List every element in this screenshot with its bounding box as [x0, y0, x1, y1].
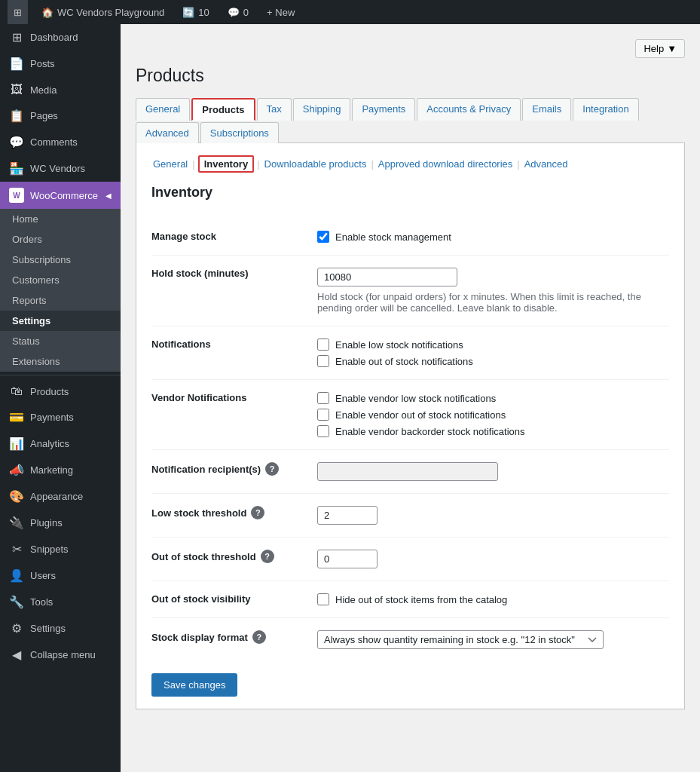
sidebar-item-users[interactable]: 👤 Users [0, 562, 121, 589]
tab-integration[interactable]: Integration [573, 98, 638, 121]
vendor-low-stock-checkbox[interactable] [317, 392, 329, 404]
sidebar-item-analytics[interactable]: 📊 Analytics [0, 430, 121, 457]
low-stock-threshold-help-icon[interactable]: ? [251, 506, 264, 519]
stock-display-format-select[interactable]: Always show quantity remaining in stock … [317, 630, 604, 649]
low-stock-notification-label: Enable low stock notifications [335, 339, 463, 351]
vendor-backorder-checkbox[interactable] [317, 425, 329, 437]
manage-stock-checkbox[interactable] [317, 231, 329, 243]
notification-recipients-input[interactable] [317, 462, 498, 481]
sidebar-item-payments[interactable]: 💳 Payments [0, 404, 121, 430]
tabs-row-2: Advanced Subscriptions [136, 122, 685, 143]
sidebar-item-products[interactable]: 🛍 Products [0, 378, 121, 404]
page-title: Products [136, 66, 685, 86]
vendor-notifications-label: Vendor Notifications [151, 380, 317, 450]
save-changes-button[interactable]: Save changes [151, 673, 237, 697]
main-content: Help ▼ Products General Products Tax Shi… [121, 24, 700, 772]
sidebar-item-wc-vendors[interactable]: 🏪 WC Vendors [0, 155, 121, 182]
low-stock-notification-checkbox[interactable] [317, 339, 329, 351]
sidebar-item-woo-subscriptions[interactable]: Subscriptions [0, 250, 121, 270]
out-of-stock-threshold-input[interactable]: 0 [317, 550, 378, 568]
help-button[interactable]: Help ▼ [635, 39, 685, 58]
sidebar-item-comments[interactable]: 💬 Comments [0, 129, 121, 155]
sidebar-item-woo-extensions[interactable]: Extensions [0, 351, 121, 372]
subnav-sep-1: | [192, 158, 194, 170]
marketing-icon: 📣 [9, 463, 24, 477]
admin-bar: ⊞ 🏠 WC Vendors Playground 🔄 10 💬 0 + New [0, 0, 700, 24]
sidebar-item-posts[interactable]: 📄 Posts [0, 51, 121, 77]
sidebar-item-woo-status[interactable]: Status [0, 331, 121, 351]
sidebar-item-woo-customers[interactable]: Customers [0, 270, 121, 290]
notifications-label: Notifications [151, 326, 317, 380]
sidebar-item-settings[interactable]: ⚙ Settings [0, 615, 121, 642]
sidebar-item-snippets[interactable]: ✂ Snippets [0, 536, 121, 562]
vendor-out-of-stock-label: Enable vendor out of stock notifications [335, 409, 506, 421]
updates-link[interactable]: 🔄 10 [178, 0, 213, 24]
settings-table: Manage stock Enable stock management Hol… [151, 219, 669, 661]
woo-icon: W [9, 188, 24, 203]
subnav-downloadable[interactable]: Downloadable products [263, 158, 368, 170]
sidebar-item-woo-home[interactable]: Home [0, 209, 121, 229]
vendor-backorder-label: Enable vendor backorder stock notificati… [335, 426, 524, 437]
tab-general[interactable]: General [136, 98, 190, 121]
notification-recipients-label: Notification recipient(s) [151, 464, 261, 475]
new-content-button[interactable]: + New [262, 0, 299, 24]
notification-recipients-label-group: Notification recipient(s) ? [151, 462, 302, 476]
subnav-general[interactable]: General [151, 158, 189, 170]
out-of-stock-threshold-help-icon[interactable]: ? [261, 550, 274, 563]
tab-tax[interactable]: Tax [257, 98, 292, 121]
layout: ⊞ Dashboard 📄 Posts 🖼 Media 📋 Pages 💬 Co… [0, 24, 700, 772]
wp-logo[interactable]: ⊞ [8, 0, 28, 24]
out-of-stock-notification-checkbox[interactable] [317, 355, 329, 367]
tab-emails[interactable]: Emails [522, 98, 571, 121]
sidebar-item-marketing[interactable]: 📣 Marketing [0, 457, 121, 483]
comments-link[interactable]: 💬 0 [223, 0, 253, 24]
help-chevron-icon: ▼ [667, 43, 677, 54]
settings-area: General | Inventory | Downloadable produ… [136, 142, 685, 709]
low-stock-threshold-label-group: Low stock threshold ? [151, 506, 302, 519]
subnav-sep-3: | [371, 158, 373, 170]
tab-advanced[interactable]: Advanced [136, 122, 199, 143]
collapse-icon: ◀ [9, 648, 24, 662]
sidebar-item-tools[interactable]: 🔧 Tools [0, 589, 121, 615]
sidebar-item-woo-orders[interactable]: Orders [0, 229, 121, 250]
tab-products[interactable]: Products [191, 98, 255, 121]
tab-shipping[interactable]: Shipping [293, 98, 351, 121]
site-name[interactable]: 🏠 WC Vendors Playground [37, 0, 169, 24]
woocommerce-submenu: Home Orders Subscriptions Customers Repo… [0, 209, 121, 372]
out-of-stock-visibility-label: Out of stock visibility [151, 581, 317, 618]
subnav-advanced[interactable]: Advanced [523, 158, 570, 170]
notifications-row: Notifications Enable low stock notificat… [151, 326, 669, 380]
tab-subscriptions[interactable]: Subscriptions [200, 122, 279, 143]
low-stock-notification-row: Enable low stock notifications [317, 339, 669, 351]
subnav-approved-dirs[interactable]: Approved download directories [377, 158, 515, 170]
low-stock-threshold-input[interactable]: 2 [317, 506, 378, 525]
stock-display-format-help-icon[interactable]: ? [252, 630, 266, 644]
woocommerce-menu-header[interactable]: W WooCommerce ◀ [0, 182, 121, 209]
out-of-stock-visibility-checkbox[interactable] [317, 593, 329, 605]
sidebar-item-media[interactable]: 🖼 Media [0, 77, 121, 103]
sidebar-item-appearance[interactable]: 🎨 Appearance [0, 483, 121, 510]
sidebar: ⊞ Dashboard 📄 Posts 🖼 Media 📋 Pages 💬 Co… [0, 24, 121, 772]
sidebar-item-woo-settings[interactable]: Settings [0, 311, 121, 331]
vendor-out-of-stock-row: Enable vendor out of stock notifications [317, 409, 669, 421]
notification-recipients-help-icon[interactable]: ? [265, 462, 279, 476]
snippets-icon: ✂ [9, 542, 24, 556]
subnav-sep-2: | [257, 158, 259, 170]
pages-icon: 📋 [9, 109, 24, 123]
vendor-out-of-stock-checkbox[interactable] [317, 409, 329, 421]
woo-collapse-icon: ◀ [105, 191, 112, 200]
subnav-inventory[interactable]: Inventory [198, 155, 255, 173]
media-icon: 🖼 [9, 83, 24, 96]
vendor-notifications-row: Vendor Notifications Enable vendor low s… [151, 380, 669, 450]
sidebar-item-woo-reports[interactable]: Reports [0, 290, 121, 311]
plugins-icon: 🔌 [9, 516, 24, 530]
sidebar-item-dashboard[interactable]: ⊞ Dashboard [0, 24, 121, 51]
sidebar-item-pages[interactable]: 📋 Pages [0, 103, 121, 129]
collapse-menu-button[interactable]: ◀ Collapse menu [0, 642, 121, 668]
appearance-icon: 🎨 [9, 489, 24, 504]
out-of-stock-visibility-row: Out of stock visibility Hide out of stoc… [151, 581, 669, 618]
tab-accounts-privacy[interactable]: Accounts & Privacy [417, 98, 521, 121]
tab-payments[interactable]: Payments [352, 98, 415, 121]
sidebar-item-plugins[interactable]: 🔌 Plugins [0, 510, 121, 536]
hold-stock-input[interactable]: 10080 [317, 268, 457, 286]
